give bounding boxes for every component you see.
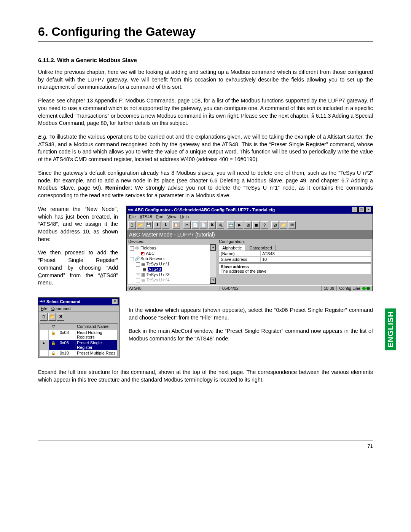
- open-icon[interactable]: 📂: [48, 313, 56, 321]
- node-icon: ▦: [141, 272, 145, 277]
- menu-file[interactable]: File: [41, 306, 48, 311]
- abc-configurator-window: HMS ABC Configurator - C:\Schneider\ABC …: [126, 206, 373, 291]
- table-row[interactable]: 🔒 0x10 Preset Multiple Regs: [40, 350, 118, 356]
- toolbar: 🗋 📂 ✖: [38, 312, 119, 322]
- run-icon[interactable]: ▶: [236, 221, 243, 229]
- abc-icon: ◩: [140, 251, 145, 256]
- paragraph-5: We rename the “New Node”, which has just…: [38, 206, 118, 243]
- close-button[interactable]: ×: [112, 299, 118, 304]
- paragraph-8: Back in the main AbcConf window, the “Pr…: [129, 328, 373, 342]
- page-title: 6. Configuring the Gateway: [38, 25, 373, 39]
- status-left: ATS48: [127, 286, 220, 291]
- open-icon[interactable]: 📂: [137, 221, 144, 229]
- paragraph-6: We then proceed to add the “Preset Singl…: [38, 249, 118, 287]
- fieldbus-icon: ⚙: [135, 245, 139, 251]
- folder-icon[interactable]: 📁: [280, 221, 287, 229]
- prop-description: Slave address The address of the slave: [219, 264, 371, 274]
- node-icon: ▦: [142, 267, 147, 272]
- menu-command[interactable]: Command: [51, 306, 71, 311]
- footer-rule: [38, 441, 373, 441]
- expand-icon[interactable]: +: [136, 262, 140, 267]
- tree-item-ats48[interactable]: ▦ ATS48: [130, 267, 208, 272]
- collapse-icon[interactable]: -: [130, 257, 134, 261]
- new-icon[interactable]: 🗋: [128, 221, 136, 229]
- expand-icon[interactable]: +: [136, 273, 140, 277]
- stop-icon[interactable]: ⏹: [252, 221, 260, 229]
- scroll-down-icon[interactable]: ▾: [210, 278, 216, 284]
- col-command-name[interactable]: Command Name:: [75, 324, 118, 330]
- table-row[interactable]: 🔒 0x03 Read Holding Registers: [40, 330, 118, 340]
- paste2-icon[interactable]: 📑: [200, 221, 207, 229]
- menu-view[interactable]: View: [167, 214, 177, 219]
- menubar: File ATS48 Port View Help: [127, 214, 373, 220]
- subnet-icon: 🔗: [135, 256, 139, 261]
- mail-icon[interactable]: ✉: [288, 221, 296, 229]
- tab-categorized[interactable]: Categorized: [246, 245, 275, 251]
- statusbar: ATS48 05/04/02 10:39 Config Line: [127, 285, 373, 291]
- minimize-button[interactable]: _: [352, 207, 358, 212]
- paragraph-2: Please see chapter 13 Appendix F: Modbus…: [38, 97, 373, 127]
- table-row-selected[interactable]: ▸ 🔒 0x06 Preset Single Register: [40, 340, 118, 350]
- menubar: File Command: [38, 305, 119, 312]
- menu-ats48[interactable]: ATS48: [140, 214, 152, 219]
- props-icon[interactable]: 📇: [227, 221, 235, 229]
- delete-icon[interactable]: ✖: [208, 221, 216, 229]
- property-grid[interactable]: (Name)ATS48 Slave address10: [219, 251, 371, 263]
- prop-addr-key: Slave address: [219, 257, 261, 262]
- menu-port[interactable]: Port: [156, 214, 164, 219]
- prop-tabs: Alphabetic Categorized: [217, 244, 373, 251]
- download-icon[interactable]: ⬇: [162, 221, 169, 229]
- toolbar: 🗋 📂 💾 ⬆ ⬇ 📋 ✂ 📄 📑 ✖ 🔌 📇 ▶ 🖥: [127, 220, 373, 230]
- paragraph-9: Expand the full tree structure for this …: [38, 369, 373, 383]
- select-command-window: HMS Select Command × File Command 🗋 📂 ✖: [38, 297, 119, 358]
- scrollbar[interactable]: ▴ ▾: [210, 244, 216, 284]
- devices-label: Devices:: [127, 239, 217, 244]
- titlebar[interactable]: HMS Select Command ×: [38, 298, 119, 305]
- help-icon[interactable]: ?: [261, 221, 268, 229]
- new-icon[interactable]: 🗋: [40, 313, 48, 321]
- command-grid[interactable]: ▽ Command Name: 🔒 0x03 Read Holding Regi…: [40, 323, 118, 356]
- language-tab: ENGLISH: [385, 308, 396, 350]
- hms-logo: HMS: [40, 300, 45, 303]
- status-date: 05/04/02: [220, 286, 322, 291]
- status-time: 10:39: [322, 286, 337, 291]
- lock-icon: 🔒: [51, 351, 56, 355]
- paragraph-3: E.g. To illustrate the various operation…: [38, 133, 373, 163]
- mode-banner: ABC Master Mode - LUFP7 (tutorial): [127, 230, 373, 239]
- paste-icon[interactable]: 📋: [172, 221, 180, 229]
- save-icon[interactable]: 💾: [145, 221, 153, 229]
- lock-icon: 🔒: [51, 331, 56, 335]
- close-button[interactable]: ×: [365, 207, 371, 212]
- prop-addr-value[interactable]: 10: [261, 257, 371, 262]
- device-icon[interactable]: 🖳: [271, 221, 279, 229]
- paragraph-7: In the window which appears (shown oppos…: [129, 307, 373, 321]
- menu-file[interactable]: File: [129, 214, 136, 219]
- maximize-button[interactable]: □: [358, 207, 365, 212]
- expand-icon[interactable]: +: [130, 246, 134, 251]
- scroll-up-icon[interactable]: ▴: [210, 244, 216, 251]
- titlebar[interactable]: HMS ABC Configurator - C:\Schneider\ABC …: [127, 206, 373, 214]
- window-title: Select Command: [46, 299, 110, 304]
- node-icon: ▦: [141, 261, 145, 267]
- status-line: Config Line: [337, 286, 373, 291]
- sort-icon[interactable]: ▽: [49, 324, 58, 330]
- config-label: Configuration:: [217, 239, 373, 244]
- cut-icon[interactable]: ✂: [183, 221, 191, 229]
- lock-icon: 🔒: [51, 341, 56, 345]
- prop-name-key: (Name): [219, 251, 261, 257]
- section-heading: 6.11.2. With a Generic Modbus Slave: [38, 57, 373, 63]
- copy-icon[interactable]: 📄: [191, 221, 199, 229]
- paragraph-4: Since the gateway’s default configuratio…: [38, 169, 373, 200]
- device-tree[interactable]: +⚙ Fieldbus ◩ ABC -🔗 Sub-Network +▦ TeSy…: [128, 244, 210, 284]
- menu-help[interactable]: Help: [180, 214, 189, 219]
- prop-name-value[interactable]: ATS48: [261, 251, 371, 257]
- connect-icon[interactable]: 🔌: [217, 221, 224, 229]
- tab-alphabetic[interactable]: Alphabetic: [219, 245, 245, 251]
- delete-icon[interactable]: ✖: [57, 313, 64, 321]
- monitor-icon[interactable]: 🖥: [244, 221, 252, 229]
- window-title: ABC Configurator - C:\Schneider\ABC Conf…: [135, 208, 350, 212]
- title-rule: [38, 41, 373, 42]
- upload-icon[interactable]: ⬆: [153, 221, 161, 229]
- led-green-icon: [362, 287, 366, 290]
- led-dark-icon: [366, 287, 370, 290]
